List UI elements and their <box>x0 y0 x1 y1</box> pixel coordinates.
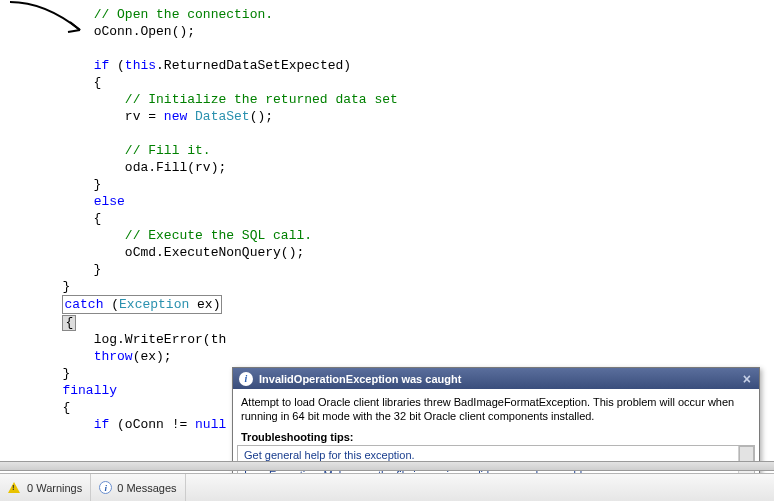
keyword-else: else <box>94 194 125 209</box>
exception-popup-header[interactable]: i InvalidOperationException was caught × <box>233 368 759 389</box>
pane-splitter[interactable] <box>0 461 774 471</box>
keyword-if: if <box>94 417 110 432</box>
code-text: (ex); <box>133 349 172 364</box>
info-icon: i <box>239 372 253 386</box>
code-text: rv = <box>125 109 164 124</box>
keyword-if: if <box>94 58 110 73</box>
code-text: (); <box>250 109 273 124</box>
code-text: .ReturnedDataSetExpected) <box>156 58 351 73</box>
code-line: oda.Fill(rv); <box>125 160 226 175</box>
close-icon[interactable]: × <box>741 371 753 387</box>
keyword-finally: finally <box>62 383 117 398</box>
keyword-this: this <box>125 58 156 73</box>
catch-clause-highlight: catch (Exception ex) <box>62 295 222 314</box>
warning-icon <box>8 482 20 493</box>
code-text: ex) <box>189 297 220 312</box>
keyword-null: null <box>195 417 226 432</box>
code-line: log.WriteError(th <box>94 332 227 347</box>
troubleshooting-heading: Troubleshooting tips: <box>233 427 759 445</box>
warnings-label: 0 Warnings <box>27 482 82 494</box>
type-name: Exception <box>119 297 189 312</box>
info-icon: i <box>99 481 112 494</box>
exception-title: InvalidOperationException was caught <box>259 373 741 385</box>
keyword-throw: throw <box>94 349 133 364</box>
code-comment: // Open the connection. <box>94 7 273 22</box>
keyword-new: new <box>164 109 187 124</box>
code-line: oConn.Open(); <box>94 24 195 39</box>
code-text: (oConn != <box>109 417 195 432</box>
code-line: oCmd.ExecuteNonQuery(); <box>125 245 304 260</box>
error-list-tabs: 0 Warnings i 0 Messages <box>0 473 774 501</box>
brace-highlight: { <box>62 315 76 331</box>
code-comment: // Fill it. <box>125 143 211 158</box>
exception-message: Attempt to load Oracle client libraries … <box>233 389 759 427</box>
type-name: DataSet <box>195 109 250 124</box>
warnings-tab[interactable]: 0 Warnings <box>0 474 91 501</box>
keyword-catch: catch <box>64 297 103 312</box>
messages-tab[interactable]: i 0 Messages <box>91 474 185 501</box>
messages-label: 0 Messages <box>117 482 176 494</box>
code-comment: // Initialize the returned data set <box>125 92 398 107</box>
code-comment: // Execute the SQL call. <box>125 228 312 243</box>
